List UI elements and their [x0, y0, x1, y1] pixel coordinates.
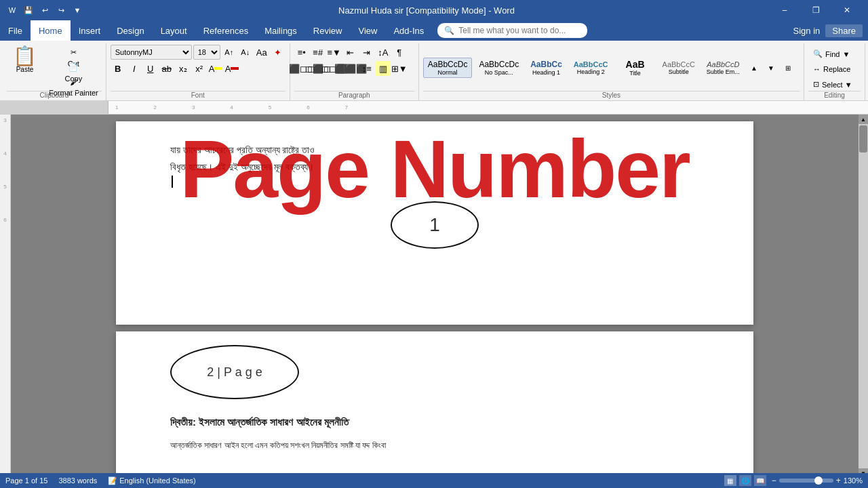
line-spacing-button[interactable]: ↕≡: [359, 61, 374, 76]
text-highlight-button[interactable]: A: [208, 61, 223, 76]
numbering-button[interactable]: ≡#: [311, 45, 326, 60]
superscript-button[interactable]: x²: [192, 61, 207, 76]
bold-button[interactable]: B: [111, 61, 125, 76]
page1-oval-container: 1: [170, 201, 699, 249]
bullets-button[interactable]: ≡•: [294, 45, 309, 60]
zoom-level: 130%: [844, 476, 863, 485]
style-normal[interactable]: AaBbCcDc Normal: [423, 58, 473, 78]
cut-button[interactable]: ✂ Cut: [45, 46, 102, 60]
style-heading2[interactable]: AaBbCcC Heading 2: [569, 58, 613, 77]
italic-button[interactable]: I: [127, 61, 142, 76]
select-button[interactable]: ⊡ Select ▼: [808, 78, 857, 91]
zoom-in-button[interactable]: +: [836, 476, 841, 485]
menu-design[interactable]: Design: [108, 20, 152, 41]
strikethrough-button[interactable]: ab: [159, 61, 174, 76]
scroll-up-button[interactable]: ▲: [859, 115, 868, 124]
menu-insert[interactable]: Insert: [71, 20, 109, 41]
save-button[interactable]: 💾: [22, 3, 35, 17]
menu-file[interactable]: File: [0, 20, 31, 41]
decrease-font-button[interactable]: A↓: [238, 45, 253, 60]
clipboard-label: Clipboard: [7, 91, 102, 100]
underline-button[interactable]: U: [143, 61, 158, 76]
document-area[interactable]: Page Number যায় তাদের আচরেনের প্রতি অন্…: [11, 115, 859, 478]
page-1: Page Number যায় তাদের আচরেনের প্রতি অন্…: [116, 121, 753, 325]
font-color-button[interactable]: A: [224, 61, 239, 76]
paste-button[interactable]: 📋 Paste: [7, 45, 43, 75]
increase-indent-button[interactable]: ⇥: [359, 45, 374, 60]
style-title[interactable]: AaB Title: [615, 57, 656, 79]
shading-button[interactable]: ▥: [376, 61, 391, 76]
find-button[interactable]: 🔍 Find ▼: [808, 47, 857, 60]
tell-me-input[interactable]: [458, 26, 580, 35]
subscript-button[interactable]: x₂: [176, 61, 191, 76]
zoom-out-button[interactable]: −: [772, 476, 776, 485]
scroll-thumb[interactable]: [859, 125, 867, 152]
editing-label: Editing: [808, 91, 861, 100]
page2-heading: দ্বিতীয়: ইসলামে আন্তর্জাতিক সাধারণ আইনে…: [170, 413, 699, 431]
undo-button[interactable]: ↩: [38, 3, 52, 17]
replace-button[interactable]: ↔ Replace: [808, 63, 857, 75]
language-icon: 📝: [108, 476, 117, 485]
paragraph-label: Paragraph: [294, 91, 414, 100]
styles-group: AaBbCcDc Normal AaBbCcDc No Spac... AaBb…: [419, 43, 804, 100]
decrease-indent-button[interactable]: ⇤: [343, 45, 358, 60]
menu-layout[interactable]: Layout: [153, 20, 195, 41]
close-button[interactable]: ✕: [831, 0, 863, 20]
word-count: 3883 words: [58, 476, 97, 485]
redo-button[interactable]: ↪: [54, 3, 68, 17]
style-heading1[interactable]: AaBbCc Heading 1: [526, 58, 567, 78]
sign-in-button[interactable]: Sign in: [793, 26, 821, 36]
format-painter-button[interactable]: 🖌 Format Painter: [45, 76, 102, 89]
style-subtitle[interactable]: AaBbCcC Subtitle: [658, 58, 700, 77]
print-layout-button[interactable]: ▦: [724, 475, 736, 486]
page1-oval: 1: [391, 201, 479, 249]
style-nospace[interactable]: AaBbCcDc No Spac...: [474, 58, 524, 78]
vertical-scrollbar[interactable]: ▲ ▼: [859, 115, 868, 478]
styles-scroll-down[interactable]: ▼: [764, 60, 778, 75]
minimize-button[interactable]: –: [769, 0, 800, 20]
justify-button[interactable]: ⬛⬛⬛: [343, 61, 358, 76]
find-icon: 🔍: [813, 49, 823, 58]
styles-more[interactable]: ⊞: [781, 60, 795, 75]
font-name-select[interactable]: SutonnyMJ: [111, 45, 192, 60]
styles-label: Styles: [423, 91, 800, 100]
web-layout-button[interactable]: 🌐: [739, 475, 751, 486]
copy-button[interactable]: 📄 Copy: [45, 61, 102, 75]
multilevel-button[interactable]: ≡▼: [327, 45, 342, 60]
left-panel: 3 4 5 6: [0, 115, 11, 478]
change-case-button[interactable]: Aa: [254, 45, 269, 60]
style-subtle-em[interactable]: AaBbCcD Subtle Em...: [702, 58, 745, 77]
font-group: SutonnyMJ 18 A↑ A↓ Aa ✦ B I U ab x₂ x² A: [106, 43, 290, 100]
menu-review[interactable]: Review: [305, 20, 351, 41]
increase-font-button[interactable]: A↑: [222, 45, 237, 60]
main-area: 3 4 5 6 Page Number যায় তাদের আচরেনের প…: [0, 115, 868, 478]
page2-body: আন্তর্জাতিক সাধারণ আইন হলো এমন কতিপয় সশ…: [170, 439, 699, 452]
replace-icon: ↔: [813, 65, 821, 73]
clear-format-button[interactable]: ✦: [271, 45, 285, 60]
menu-bar: File Home Insert Design Layout Reference…: [0, 20, 868, 41]
menu-view[interactable]: View: [350, 20, 385, 41]
styles-scroll-up[interactable]: ▲: [747, 60, 762, 75]
menu-addins[interactable]: Add-Ins: [385, 20, 432, 41]
word-icon: W: [5, 3, 19, 17]
quick-access-toolbar: W 💾 ↩ ↪ ▼: [5, 3, 84, 17]
restore-button[interactable]: ❐: [800, 0, 831, 20]
menu-mailings[interactable]: Mailings: [256, 20, 305, 41]
page2-oval: 2 | P a g e: [170, 345, 299, 399]
border-button[interactable]: ⊞▼: [392, 61, 407, 76]
show-hide-button[interactable]: ¶: [392, 45, 407, 60]
page1-text: যায় তাদের আচরেনের প্রতি অন্যান্য রাষ্ট্…: [170, 135, 699, 176]
zoom-thumb[interactable]: [814, 476, 823, 485]
font-size-select[interactable]: 18: [193, 45, 220, 60]
sort-button[interactable]: ↕A: [376, 45, 391, 60]
zoom-slider[interactable]: [779, 479, 833, 483]
customize-qa-button[interactable]: ▼: [71, 3, 84, 17]
menu-references[interactable]: References: [195, 20, 256, 41]
menu-home[interactable]: Home: [31, 20, 71, 41]
select-icon: ⊡: [813, 80, 819, 89]
share-button[interactable]: Share: [825, 24, 863, 37]
read-mode-button[interactable]: 📖: [754, 475, 766, 486]
text-cursor: [172, 176, 173, 188]
cut-icon: ✂: [71, 48, 77, 57]
zoom-control: − + 130%: [772, 476, 863, 485]
